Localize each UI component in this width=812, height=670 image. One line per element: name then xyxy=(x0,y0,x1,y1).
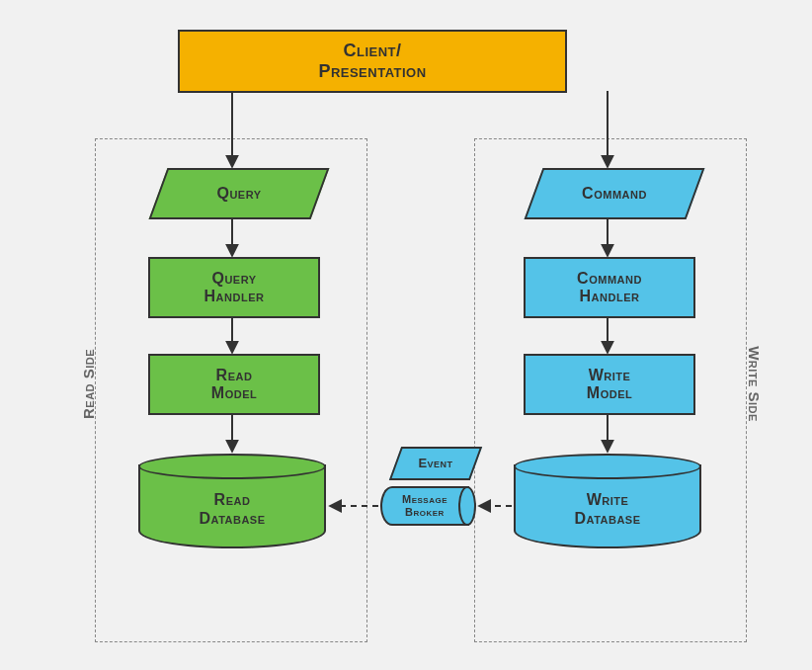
read-model-label: Read Model xyxy=(211,367,257,403)
command-handler-node: Command Handler xyxy=(524,257,695,318)
command-label: Command xyxy=(535,170,693,217)
query-label: Query xyxy=(160,170,318,217)
query-handler-node: Query Handler xyxy=(148,257,320,318)
read-database-node: Read Database xyxy=(138,464,326,548)
query-handler-label: Query Handler xyxy=(204,270,265,306)
client-presentation-box: Client/ Presentation xyxy=(178,30,567,93)
write-model-label: Write Model xyxy=(587,367,632,403)
event-node: Event xyxy=(389,447,482,480)
read-side-caption: Read Side xyxy=(80,349,97,419)
write-side-caption: Write Side xyxy=(746,346,763,422)
command-handler-label: Command Handler xyxy=(577,270,642,306)
write-database-node: Write Database xyxy=(514,464,701,548)
write-model-node: Write Model xyxy=(524,354,695,415)
client-presentation-label: Client/ Presentation xyxy=(318,41,426,81)
message-broker-node: Message Broker xyxy=(380,486,469,526)
cqrs-diagram: Client/ Presentation Read Side Write Sid… xyxy=(0,0,812,670)
query-node: Query xyxy=(149,168,330,219)
event-label: Event xyxy=(397,449,474,478)
read-model-node: Read Model xyxy=(148,354,320,415)
command-node: Command xyxy=(525,168,705,219)
